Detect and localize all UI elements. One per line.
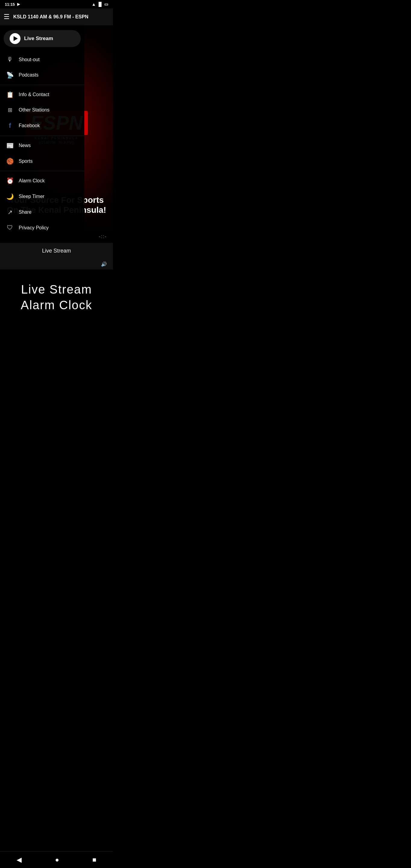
sleep-timer-icon: 🌙 <box>6 193 14 200</box>
header-title: KSLD 1140 AM & 96.9 FM - ESPN <box>13 14 109 20</box>
lower-section: -::- Live Stream 🔊 <box>0 230 113 270</box>
share-icon: ↗ <box>6 209 14 216</box>
alarm-clock-label: Alarm Clock <box>19 178 44 184</box>
shoutout-icon: 🎙 <box>6 56 14 63</box>
status-left: 11:15 ▶ <box>5 2 20 7</box>
sports-label: Sports <box>19 158 33 164</box>
drawer-item-privacy-policy[interactable]: 🛡 Privacy Policy <box>0 220 84 230</box>
wifi-icon: ▲ <box>92 2 96 7</box>
drawer-item-facebook[interactable]: f Facebook <box>0 118 84 134</box>
drawer-item-other-stations[interactable]: ⊞ Other Stations <box>0 102 84 118</box>
shoutout-label: Shout-out <box>19 57 39 62</box>
battery-icon: ▭ <box>104 2 108 7</box>
news-label: News <box>19 143 31 148</box>
volume-area: 🔊 <box>0 259 113 270</box>
info-contact-label: Info & Contact <box>19 92 49 97</box>
drawer-item-share[interactable]: ↗ Share <box>0 204 84 220</box>
drawer-divider-3 <box>0 171 84 171</box>
live-stream-button[interactable]: Live Stream <box>4 30 81 47</box>
audio-separator: -::- <box>98 234 107 239</box>
share-label: Share <box>19 210 32 215</box>
bottom-stream-label: Live Stream <box>42 248 71 254</box>
drawer-item-info-contact[interactable]: 📋 Info & Contact <box>0 87 84 102</box>
podcasts-icon: 📡 <box>6 71 14 79</box>
other-stations-icon: ⊞ <box>6 107 14 113</box>
play-circle-icon <box>10 33 21 44</box>
drawer-item-shoutout[interactable]: 🎙 Shout-out <box>0 52 84 67</box>
play-status-icon: ▶ <box>17 2 20 6</box>
drawer-item-podcasts[interactable]: 📡 Podcasts <box>0 67 84 83</box>
alarm-clock-icon: ⏰ <box>6 177 14 184</box>
sports-icon: 🏀 <box>6 158 14 165</box>
side-drawer: Live Stream 🎙 Shout-out 📡 Podcasts 📋 Inf… <box>0 25 84 230</box>
drawer-divider-2 <box>0 135 84 136</box>
header: ☰ KSLD 1140 AM & 96.9 FM - ESPN <box>0 8 113 25</box>
news-icon: 📰 <box>6 142 14 149</box>
live-stream-label: Live Stream <box>24 36 53 41</box>
alarm-clock-section: Live Stream Alarm Clock <box>0 270 113 337</box>
drawer-item-sleep-timer[interactable]: 🌙 Sleep Timer <box>0 189 84 204</box>
info-contact-icon: 📋 <box>6 91 14 98</box>
drawer-item-news[interactable]: 📰 News <box>0 138 84 153</box>
volume-icon: 🔊 <box>101 261 107 267</box>
facebook-label: Facebook <box>19 123 40 128</box>
play-triangle <box>13 36 18 41</box>
privacy-policy-label: Privacy Policy <box>19 225 49 230</box>
drawer-item-sports[interactable]: 🏀 Sports <box>0 153 84 169</box>
hamburger-menu-icon[interactable]: ☰ <box>4 13 10 21</box>
audio-area: -::- <box>0 230 113 243</box>
podcasts-label: Podcasts <box>19 72 38 78</box>
main-bg-area: ESPN KENAI PENINSULA ((1140 FM · 96.9 FM… <box>0 25 113 230</box>
status-right: ▲ ▐▌ ▭ <box>92 2 108 7</box>
status-bar: 11:15 ▶ ▲ ▐▌ ▭ <box>0 0 113 8</box>
drawer-item-alarm-clock[interactable]: ⏰ Alarm Clock <box>0 173 84 189</box>
bottom-stream-area: Live Stream <box>0 243 113 259</box>
drawer-divider-1 <box>0 85 84 85</box>
signal-icon: ▐▌ <box>97 2 103 7</box>
status-time: 11:15 <box>5 2 15 7</box>
sleep-timer-label: Sleep Timer <box>19 194 44 199</box>
facebook-icon: f <box>6 122 14 130</box>
privacy-policy-icon: 🛡 <box>6 224 14 230</box>
alarm-clock-title: Live Stream Alarm Clock <box>6 281 107 313</box>
other-stations-label: Other Stations <box>19 107 50 113</box>
